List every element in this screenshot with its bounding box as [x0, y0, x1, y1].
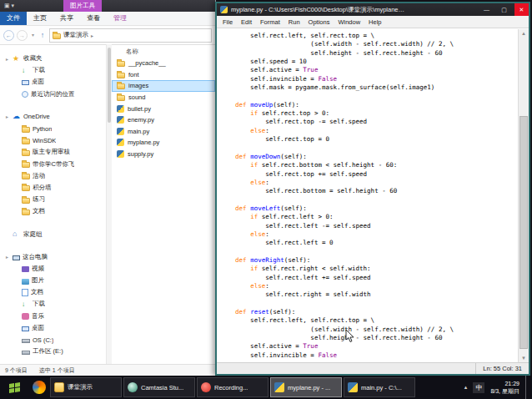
sidebar-item-label: 工作区 (E:) [33, 347, 63, 356]
expand-arrow-icon[interactable]: ▸ [4, 114, 10, 119]
editor-scrollbar[interactable]: ▲ ▼ [518, 29, 529, 362]
file-row[interactable]: font [112, 69, 215, 81]
file-row[interactable]: __pycache__ [112, 58, 215, 69]
history-dropdown-icon[interactable]: ▾ [30, 31, 36, 40]
menu-file[interactable]: File [218, 18, 237, 26]
menu-window[interactable]: Window [334, 18, 364, 26]
scrollbar-thumb[interactable] [108, 48, 111, 123]
menu-run[interactable]: Run [284, 18, 304, 26]
quick-access-toolbar-icon[interactable]: ▣ ▾ [4, 0, 14, 12]
taskbar-button[interactable]: main.py - C:\... [344, 377, 415, 397]
sidebar-item[interactable]: 文档 [0, 205, 106, 217]
explorer-body: ▸收藏夹下载桌面最近访问的位置▸OneDrivePythonWinSDK版主专用… [0, 44, 215, 365]
sidebar-item[interactable]: ▸这台电脑 [0, 251, 106, 263]
code-line: self.rect.top = 0 [220, 135, 518, 144]
taskbar-button[interactable]: 课堂演示 [50, 377, 122, 397]
sidebar-item[interactable]: ▸收藏夹 [0, 53, 106, 64]
tray-expand-icon[interactable]: ▴ [464, 384, 468, 391]
scrollbar-thumb[interactable] [519, 116, 528, 349]
code-line [220, 144, 518, 152]
browser-icon[interactable] [28, 376, 50, 399]
idle-titlebar[interactable]: myplane.py - C:\Users\FishC000\Desktop\课… [217, 3, 529, 16]
sidebar-item[interactable]: 最近访问的位置 [0, 88, 106, 100]
input-method-indicator[interactable]: 中 [473, 382, 484, 393]
file-row[interactable]: enemy.py [112, 114, 215, 126]
ribbon-tabs: 文件主页共享查看管理 [0, 12, 215, 26]
maximize-button[interactable]: ▢ [497, 3, 511, 16]
sidebar-item-label: 活动 [33, 172, 45, 180]
sidebar-scrollbar[interactable] [106, 44, 112, 365]
code-line: def moveDown(self): [220, 153, 518, 161]
column-header-name[interactable]: 名称 [112, 46, 215, 58]
taskbar-button[interactable]: myplane.py - ... [270, 377, 342, 397]
sidebar-item[interactable]: 练习 [0, 194, 106, 205]
menu-edit[interactable]: Edit [237, 18, 256, 26]
picture-tools-tab[interactable]: 图片工具 [63, 0, 102, 12]
sidebar-item[interactable]: OS (C:) [0, 334, 106, 346]
sidebar-item[interactable]: 视频 [0, 263, 106, 275]
file-row[interactable]: bullet.py [112, 103, 215, 114]
file-row[interactable]: sound [112, 92, 215, 104]
close-button[interactable]: ✕ [514, 3, 529, 16]
ribbon-tab-查看[interactable]: 查看 [80, 12, 107, 25]
sidebar-item-label: 家庭组 [23, 230, 43, 239]
sidebar-item[interactable]: 下载 [0, 64, 106, 76]
code-line: self.rect.left -= self.speed [220, 222, 518, 230]
sidebar-item[interactable]: 积分墙 [0, 182, 106, 194]
selected-count: 选中 1 个项目 [39, 366, 75, 375]
sidebar-item[interactable]: ▸OneDrive [0, 111, 106, 123]
menu-help[interactable]: Help [364, 18, 385, 26]
minimize-button[interactable]: — [479, 3, 494, 16]
file-rows: __pycache__fontimagessoundbullet.pyenemy… [112, 58, 215, 159]
sidebar-item[interactable]: 文档 [0, 286, 106, 298]
address-bar[interactable]: 课堂演示 ▸ [49, 28, 212, 43]
ribbon-tab-管理[interactable]: 管理 [107, 12, 133, 25]
sidebar-item-label: 桌面 [32, 78, 44, 86]
sidebar-item[interactable]: 桌面 [0, 322, 106, 334]
up-button[interactable]: ↑ [38, 31, 47, 40]
taskbar-button-label: main.py - C:\... [361, 384, 402, 391]
breadcrumb[interactable]: 课堂演示 [63, 31, 88, 39]
start-button[interactable] [0, 376, 28, 399]
menu-options[interactable]: Options [304, 18, 334, 26]
ribbon-tab-文件[interactable]: 文件 [0, 12, 27, 25]
show-desktop-button[interactable] [525, 376, 530, 399]
explorer-titlebar[interactable]: ▣ ▾ 图片工具 [0, 0, 215, 12]
scroll-up-icon[interactable]: ▲ [519, 29, 529, 38]
sidebar-item[interactable]: 音乐 [0, 311, 106, 322]
sidebar-item[interactable]: 工作区 (E:) [0, 346, 106, 357]
scroll-down-icon[interactable]: ▼ [519, 354, 529, 362]
taskbar-buttons: 课堂演示Camtasia Stu...Recording...myplane.p… [50, 376, 415, 399]
folder-icon [117, 73, 125, 78]
taskbar-button[interactable]: Camtasia Stu... [123, 377, 195, 397]
clock[interactable]: 21:29 8/3, 星期日 [490, 380, 519, 395]
sidebar-item-label: Python [33, 125, 52, 133]
menu-format[interactable]: Format [256, 18, 284, 26]
sidebar-item[interactable]: 图片 [0, 275, 106, 286]
file-row[interactable]: images [112, 80, 215, 92]
expand-arrow-icon[interactable]: ▸ [4, 254, 10, 260]
file-row[interactable]: supply.py [112, 149, 215, 160]
file-list: 名称 __pycache__fontimagessoundbullet.pyen… [112, 44, 215, 365]
sidebar-item[interactable]: 下载 [0, 298, 106, 310]
expand-arrow-icon[interactable]: ▸ [4, 56, 10, 62]
file-row[interactable]: myplane.py [112, 137, 215, 149]
desktop: ▣ ▾ 图片工具 文件主页共享查看管理 ← → ▾ ↑ 课堂演示 ▸ ▸收藏夹下… [0, 0, 532, 399]
code-line: self.invincible = False [220, 351, 518, 360]
sidebar-item[interactable]: Python [0, 123, 106, 134]
sidebar-item[interactable]: 版主专用审核 [0, 146, 106, 158]
sidebar-item[interactable]: 桌面 [0, 76, 106, 88]
file-row[interactable]: main.py [112, 126, 215, 138]
sidebar-item[interactable]: 家庭组 [0, 228, 106, 240]
sidebar-item[interactable]: 活动 [0, 170, 106, 182]
sidebar-item[interactable]: 带你学C带你飞 [0, 159, 106, 170]
file-name: bullet.py [128, 105, 151, 113]
ribbon-tab-主页[interactable]: 主页 [27, 12, 53, 25]
back-button[interactable]: ← [3, 30, 14, 41]
forward-button[interactable]: → [17, 30, 28, 41]
code-editor[interactable]: self.rect.left, self.rect.top = \ (self.… [217, 29, 518, 362]
taskbar-button[interactable]: Recording... [197, 377, 269, 397]
ribbon-tab-共享[interactable]: 共享 [53, 12, 80, 25]
sidebar-item[interactable]: WinSDK [0, 134, 106, 146]
code-line: else: [220, 179, 518, 187]
